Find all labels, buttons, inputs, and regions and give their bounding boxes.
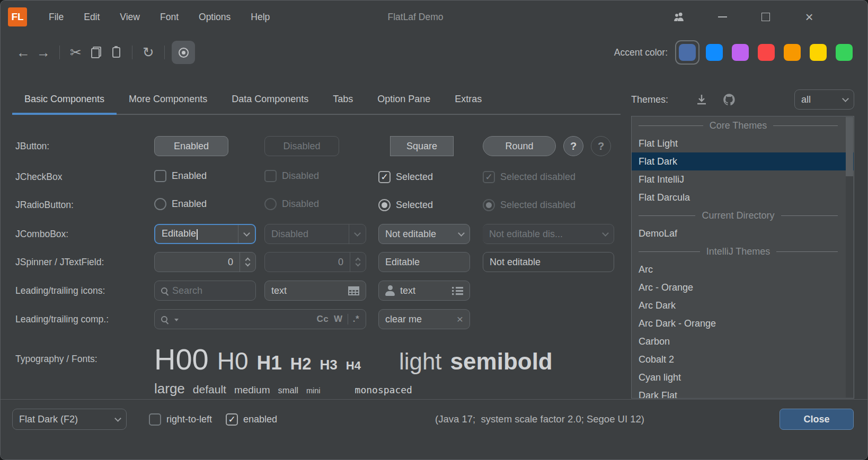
combobox-editable[interactable]: Editable [154,224,256,244]
theme-item-arc-dark[interactable]: Arc Dark [632,296,854,314]
download-icon[interactable] [694,92,710,107]
light-sample: light [399,348,442,375]
monospaced-sample: monospaced [355,384,412,395]
checkbox-enabled[interactable]: Enabled [154,170,207,182]
tab-tabs[interactable]: Tabs [321,84,365,114]
rtl-checkbox[interactable]: right-to-left [149,409,212,430]
back-icon[interactable]: ← [13,42,33,62]
clear-icon[interactable]: × [457,314,463,324]
minimize-button[interactable] [716,11,729,23]
checkbox-box[interactable]: ✓ [226,413,238,426]
theme-item-dark-flat[interactable]: Dark Flat [632,386,854,399]
tab-data-components[interactable]: Data Components [219,84,321,114]
theme-item-flat-intellij[interactable]: Flat IntelliJ [632,170,854,188]
textfield-not-editable: Not editable [483,252,614,272]
help-button[interactable]: ? [563,136,583,156]
accent-swatch-green[interactable] [836,44,853,61]
radio-circle[interactable] [378,199,391,211]
forward-icon[interactable]: → [33,42,54,62]
toolbar-separator [59,46,60,59]
theme-item-flat-dark[interactable]: Flat Dark [632,152,854,170]
close-window-button[interactable]: × [803,11,816,23]
chevron-down-icon [245,261,251,267]
menu-file[interactable]: File [39,1,74,33]
accent-swatch-red[interactable] [758,44,775,61]
theme-item-arc-dark-orange[interactable]: Arc Dark - Orange [632,314,854,332]
accent-swatch-purple[interactable] [732,44,749,61]
clearable-input[interactable]: clear me × [378,309,470,329]
maximize-button[interactable] [759,11,772,23]
enabled-button[interactable]: Enabled [154,136,228,156]
spinner[interactable]: 0 [154,252,256,272]
combobox-not-editable[interactable]: Not editable [378,224,470,244]
accent-swatch-yellow[interactable] [810,44,827,61]
textfield-editable[interactable]: Editable [378,252,470,272]
scrollbar-thumb[interactable] [846,117,853,176]
cut-icon[interactable]: ✂ [66,42,86,62]
checkbox-box[interactable]: ✓ [378,171,391,183]
theme-group-separator: Current Directory [632,206,854,224]
accent-swatch-blue[interactable] [706,44,723,61]
theme-item-cobalt-2[interactable]: Cobalt 2 [632,350,854,368]
theme-item-flat-darcula[interactable]: Flat Darcula [632,188,854,206]
scrollbar-track[interactable] [846,117,853,398]
list-icon[interactable] [452,286,463,295]
theme-item-flat-light[interactable]: Flat Light [632,134,854,152]
radio-circle[interactable] [154,198,166,210]
menu-font[interactable]: Font [150,1,189,33]
combobox-arrow-button[interactable] [109,409,126,429]
paste-icon[interactable] [106,42,126,62]
combobox-arrow-button[interactable] [837,90,854,109]
refresh-icon[interactable]: ↻ [138,42,158,62]
radio-enabled[interactable]: Enabled [154,198,207,210]
search-placeholder: Search [172,285,202,296]
copy-icon[interactable] [86,42,106,62]
search-icon[interactable] [161,316,167,322]
combobox-arrow-button[interactable] [453,224,470,243]
search-field-with-options[interactable]: Cc W .* [154,309,366,329]
checkbox-selected[interactable]: ✓Selected [378,171,433,183]
users-icon[interactable] [672,11,685,23]
round-button[interactable]: Round [483,136,556,156]
tab-option-pane[interactable]: Option Pane [365,84,442,114]
regex-toggle[interactable]: .* [353,314,359,324]
spinner-arrows[interactable] [240,252,255,272]
jcheckbox-label: JCheckBox [15,172,154,183]
accent-swatch-blue-muted[interactable] [679,44,696,61]
tab-basic-components[interactable]: Basic Components [12,84,117,114]
whole-word-toggle[interactable]: W [334,314,343,324]
h00-sample: H00 [154,342,209,376]
theme-item-demolaf[interactable]: DemoLaf [632,224,854,242]
h0-sample: H0 [217,347,249,375]
close-button[interactable]: Close [780,409,854,430]
lnf-combobox[interactable]: Flat Dark (F2) [12,409,127,430]
table-icon[interactable] [348,286,359,295]
combobox-arrow-button[interactable] [238,225,255,243]
menu-options[interactable]: Options [189,1,241,33]
accent-swatch-orange[interactable] [784,44,801,61]
checkbox-box[interactable] [149,413,161,426]
square-button[interactable]: Square [390,136,454,156]
show-hidden-toggle[interactable] [172,41,195,64]
match-case-toggle[interactable]: Cc [316,314,329,324]
tab-more-components[interactable]: More Components [117,84,219,114]
radio-selected[interactable]: Selected [378,199,433,211]
combobox-disabled: Disabled [264,224,366,244]
text-input-user[interactable]: text [378,281,470,301]
theme-item-arc-orange[interactable]: Arc - Orange [632,278,854,296]
chevron-down-icon [354,230,361,237]
tab-extras[interactable]: Extras [442,84,494,114]
themes-filter-combobox[interactable]: all [794,89,854,110]
search-dropdown-icon[interactable] [174,319,179,323]
text-input-table[interactable]: text [264,281,366,301]
menu-view[interactable]: View [110,1,150,33]
theme-item-carbon[interactable]: Carbon [632,332,854,350]
menu-edit[interactable]: Edit [74,1,110,33]
combobox-arrow-button [349,224,366,243]
theme-item-cyan-light[interactable]: Cyan light [632,368,854,386]
theme-item-arc[interactable]: Arc [632,260,854,278]
github-icon[interactable] [721,92,737,107]
enabled-checkbox[interactable]: ✓ enabled [226,409,277,430]
checkbox-box[interactable] [154,170,166,182]
search-input[interactable]: Search [154,281,256,301]
